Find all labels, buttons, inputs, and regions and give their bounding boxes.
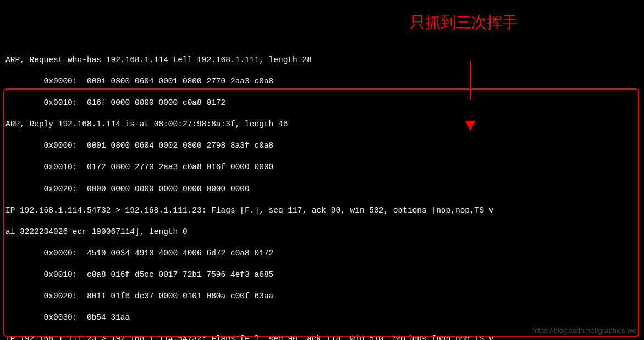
hex-line: 0x0010: 016f 0000 0000 0000 c0a8 0172 [5, 98, 639, 109]
arp-request-line: ARP, Request who-has 192.168.1.114 tell … [5, 55, 639, 66]
terminal-output: ARP, Request who-has 192.168.1.114 tell … [5, 44, 639, 340]
arrow-down-icon [465, 40, 475, 142]
hex-line: 0x0010: 0172 0800 2770 2aa3 c0a8 016f 00… [5, 162, 639, 173]
hex-line: 0x0000: 0001 0800 0604 0002 0800 2798 8a… [5, 141, 639, 152]
watermark-text: https://blog.csdn.net/graphics.we [532, 326, 636, 336]
ip-packet-1-line: al 3222234026 ecr 190067114], length 0 [5, 227, 639, 238]
annotation-text: 只抓到三次挥手 [410, 12, 518, 33]
hex-line: 0x0020: 0000 0000 0000 0000 0000 0000 00… [5, 184, 639, 195]
hex-line: 0x0020: 8011 01f6 dc37 0000 0101 080a c0… [5, 291, 639, 302]
hex-line: 0x0000: 4510 0034 4910 4000 4006 6d72 c0… [5, 248, 639, 259]
hex-line: 0x0030: 0b54 31aa [5, 313, 639, 324]
hex-line: 0x0000: 0001 0800 0604 0001 0800 2770 2a… [5, 76, 639, 87]
arp-reply-line: ARP, Reply 192.168.1.114 is-at 08:00:27:… [5, 119, 639, 130]
hex-line: 0x0010: c0a8 016f d5cc 0017 72b1 7596 4e… [5, 270, 639, 281]
ip-packet-1-line: IP 192.168.1.114.54732 > 192.168.1.111.2… [5, 205, 639, 216]
